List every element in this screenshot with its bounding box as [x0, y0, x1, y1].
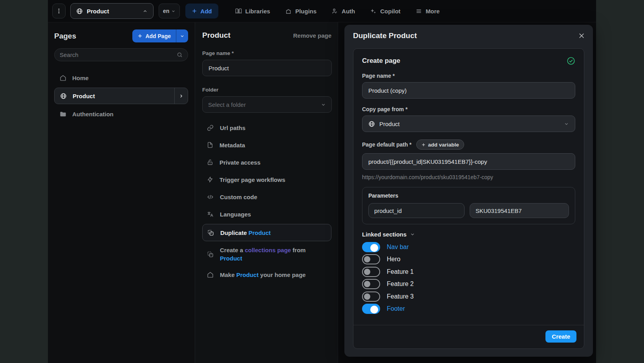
- default-path-label: Page default path *: [362, 141, 412, 148]
- home-icon: [207, 271, 214, 278]
- page-name-value: Product: [209, 65, 229, 72]
- globe-icon: [60, 93, 67, 99]
- card-title: Create page: [362, 57, 567, 65]
- top-nav: Libraries Plugins Auth Copilot: [228, 8, 447, 15]
- hero-toggle[interactable]: [362, 254, 380, 264]
- page-settings-panel: Product Remove page Page name * Product …: [195, 22, 338, 363]
- parameters-box: Parameters product_id SKU0319541EB7: [362, 187, 575, 224]
- action-metadata[interactable]: Metadata: [202, 136, 331, 154]
- page-item-authentication[interactable]: Authentication: [54, 106, 188, 122]
- add-button[interactable]: Add: [185, 4, 218, 18]
- duplicate-icon: [207, 229, 214, 236]
- add-page-dropdown-button[interactable]: [176, 29, 188, 42]
- nav-item-auth[interactable]: Auth: [324, 8, 362, 15]
- main-menu-button[interactable]: [52, 4, 66, 18]
- page-selector-dropdown[interactable]: Product: [70, 3, 154, 19]
- toggle-label: Nav bar: [387, 244, 409, 251]
- create-button[interactable]: Create: [545, 330, 576, 343]
- parameter-name-input[interactable]: product_id: [368, 203, 465, 218]
- parameter-value-value: SKU0319541EB7: [476, 207, 522, 214]
- parameter-value-input[interactable]: SKU0319541EB7: [470, 203, 569, 218]
- duplicate-icon: [207, 251, 214, 258]
- remove-page-button[interactable]: Remove page: [293, 32, 331, 39]
- pages-sidebar: Pages Add Page: [48, 22, 195, 363]
- chevron-down-icon: [171, 9, 176, 13]
- copy-page-from-select[interactable]: Product: [362, 116, 575, 132]
- code-icon: [207, 194, 214, 200]
- action-custom-code[interactable]: Custom code: [202, 188, 331, 205]
- action-label: Private access: [220, 159, 260, 166]
- page-name-input[interactable]: Product: [202, 60, 332, 76]
- nav-label: Plugins: [295, 8, 317, 15]
- nav-item-plugins[interactable]: Plugins: [278, 8, 324, 15]
- nav-item-libraries[interactable]: Libraries: [228, 8, 278, 15]
- menu-icon: [415, 8, 422, 15]
- add-variable-chip[interactable]: add variable: [416, 139, 464, 150]
- page-item-product-main[interactable]: Product: [55, 93, 168, 99]
- chevron-up-icon: [143, 9, 148, 14]
- nav-bar-toggle[interactable]: [362, 242, 380, 252]
- panel-title: Product: [202, 31, 293, 40]
- action-label: Languages: [220, 211, 251, 218]
- folder-placeholder: Select a folder: [208, 101, 317, 108]
- toggle-row-feature-3: Feature 3: [362, 290, 575, 303]
- default-path-value: product/{{product_id|SKU0319541EB7}}-cop…: [368, 158, 487, 165]
- duplicate-product-dialog: Duplicate Product Create page Page name …: [344, 25, 593, 357]
- copy-page-from-value: Product: [379, 121, 560, 127]
- toggle-label: Feature 2: [387, 280, 413, 288]
- linked-sections-header[interactable]: Linked sections: [362, 231, 575, 238]
- add-page-button[interactable]: Add Page: [132, 29, 176, 42]
- action-create-collections-page[interactable]: Create a collections page from Product: [202, 242, 331, 266]
- action-label: Create a collections page from Product: [220, 246, 326, 262]
- toggle-label: Hero: [387, 256, 401, 263]
- action-private-access[interactable]: Private access: [202, 154, 331, 171]
- page-item-label: Product: [73, 93, 95, 99]
- pages-search[interactable]: [54, 48, 188, 61]
- nav-label: Libraries: [245, 8, 270, 15]
- footer-toggle[interactable]: [362, 304, 380, 314]
- feature-1-toggle[interactable]: [362, 267, 380, 277]
- close-button[interactable]: [578, 32, 585, 39]
- feature-2-toggle[interactable]: [362, 279, 380, 289]
- nav-label: More: [426, 8, 440, 15]
- action-languages[interactable]: Languages: [202, 205, 331, 223]
- dialog-page-name-input[interactable]: Product (copy): [362, 82, 575, 99]
- globe-icon: [76, 8, 83, 15]
- book-icon: [235, 8, 242, 15]
- action-trigger-workflows[interactable]: Trigger page workflows: [202, 171, 331, 188]
- action-label: Make Product your home page: [220, 271, 306, 278]
- plus-icon: [421, 143, 426, 147]
- feature-3-toggle[interactable]: [362, 292, 380, 302]
- folder-select[interactable]: Select a folder: [202, 96, 332, 113]
- folder-label: Folder: [202, 87, 331, 93]
- linked-sections-title: Linked sections: [362, 231, 406, 238]
- page-item-expand-button[interactable]: [174, 88, 188, 104]
- default-path-input[interactable]: product/{{product_id|SKU0319541EB7}}-cop…: [362, 153, 575, 170]
- action-duplicate-page[interactable]: Duplicate Product: [202, 224, 331, 241]
- add-variable-label: add variable: [428, 142, 459, 148]
- dialog-page-name-label: Page name *: [362, 73, 575, 79]
- page-item-product[interactable]: Product: [54, 88, 188, 104]
- locale-dropdown[interactable]: en: [159, 4, 180, 18]
- translate-icon: [207, 211, 214, 218]
- action-label: Metadata: [220, 142, 245, 148]
- chevron-right-icon: [179, 94, 184, 99]
- chevron-down-icon: [321, 102, 326, 107]
- link-icon: [207, 125, 214, 131]
- action-label: Url paths: [220, 125, 245, 131]
- pages-title: Pages: [54, 32, 132, 40]
- locale-label: en: [163, 8, 169, 14]
- page-item-home[interactable]: Home: [54, 70, 188, 86]
- nav-item-more[interactable]: More: [408, 8, 447, 15]
- nav-item-copilot[interactable]: Copilot: [362, 8, 408, 15]
- toggle-row-footer: Footer: [362, 303, 575, 315]
- lock-icon: [207, 159, 213, 165]
- kebab-menu-icon: [56, 8, 62, 14]
- folder-icon: [60, 111, 66, 117]
- path-preview-text: https://yourdomain.com/product/sku031954…: [362, 174, 575, 180]
- search-input[interactable]: [60, 51, 177, 58]
- action-url-paths[interactable]: Url paths: [202, 119, 331, 136]
- nav-label: Copilot: [380, 8, 401, 15]
- action-make-home-page[interactable]: Make Product your home page: [202, 266, 331, 283]
- page-selector-label: Product: [87, 8, 139, 15]
